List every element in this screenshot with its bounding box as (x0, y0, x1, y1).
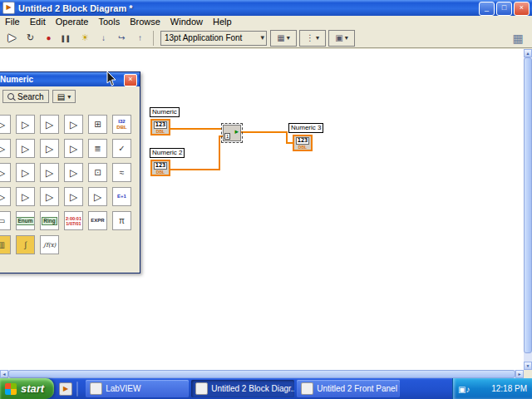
palette-close-button[interactable]: × (124, 74, 137, 86)
numeric3-terminal[interactable]: 123 DBL (293, 135, 313, 151)
palette-subtract-icon[interactable]: ▷ (0, 139, 11, 158)
step-into-button[interactable]: ↓ (95, 29, 112, 47)
numeric3-label[interactable]: Numeric 3 (288, 123, 323, 133)
palette-absolute-value-icon[interactable]: ▷ (40, 139, 59, 158)
palette-decrement-icon[interactable]: ▷ (64, 139, 83, 158)
terminal-type: DBL (156, 170, 165, 175)
distribute-objects-dropdown[interactable]: ⋮ (299, 30, 326, 47)
palette-time-stamp-constant-icon[interactable]: 2:00:011/07/01 (64, 211, 83, 230)
scroll-up-icon[interactable]: ▲ (524, 49, 532, 57)
menu-item-Window[interactable]: Window (165, 16, 208, 28)
menu-item-Operate[interactable]: Operate (51, 16, 94, 28)
search-icon (7, 93, 14, 100)
palette-power-icon[interactable]: ▷ (88, 187, 107, 206)
step-over-button[interactable]: ↪ (113, 29, 131, 47)
palette-icon-grid: ▷▷▷▷⊞I32DBL▷▷▷▷≣✓▷▷▷▷⊡≈▷▷▷▷▷E+1▭EnumRing… (0, 115, 140, 259)
palette-polynomial-icon[interactable]: ≈ (112, 163, 131, 182)
palette-expression-node-icon[interactable]: EXPR (88, 211, 107, 230)
palette-scale-by-power-of-2-icon[interactable]: E+1 (112, 187, 131, 206)
quick-launch-divider[interactable] (76, 382, 78, 397)
taskbar-task-front-panel[interactable]: Untitled 2 Front Panel * (297, 380, 400, 397)
numeric-terminal[interactable]: 123 DBL (150, 119, 170, 135)
font-selector[interactable]: 13pt Application Font (160, 31, 267, 46)
palette-sign-icon[interactable]: ▷ (0, 187, 11, 206)
terminal-value: 123 (296, 137, 310, 145)
minimize-button[interactable]: _ (479, 2, 495, 16)
numeric2-label[interactable]: Numeric 2 (150, 148, 185, 158)
vertical-scroll-thumb[interactable] (524, 57, 532, 353)
labview-app-icon: ▶ (2, 2, 15, 14)
palette-math-constants-icon[interactable]: π (112, 211, 131, 230)
palette-reciprocal-icon[interactable]: ▷ (64, 163, 83, 182)
taskbar-clock[interactable]: 12:18 PM (491, 384, 527, 393)
abort-button[interactable]: ● (40, 29, 57, 47)
horizontal-scrollbar[interactable]: ◄ ► (0, 370, 524, 378)
taskbar-task-block-diagram[interactable]: Untitled 2 Block Diagr... (191, 380, 294, 397)
step-out-button[interactable]: ↑ (131, 29, 149, 47)
palette-rounding-icon[interactable]: ≣ (88, 139, 107, 158)
numeric-functions-palette: Numeric × Search ▤ ▷▷▷▷⊞I32DBL▷▷▷▷≣✓▷▷▷▷… (0, 71, 140, 273)
palette-ring-constant-icon[interactable]: Ring (40, 211, 59, 230)
menu-item-Tools[interactable]: Tools (93, 16, 125, 28)
palette-multiply-icon[interactable]: ▷ (16, 115, 35, 134)
palette-view-button[interactable]: ▤ (52, 90, 76, 103)
palette-compound-arithmetic-icon[interactable]: ⊞ (88, 115, 107, 134)
wire-numeric2-vertical[interactable] (219, 135, 220, 170)
quick-launch-labview-icon[interactable]: ▶ (59, 382, 72, 396)
navigation-window-icon[interactable]: ▦ (510, 31, 525, 46)
wire-numeric2-horizontal[interactable] (170, 169, 220, 170)
add-function-icon: ▸ 1 (223, 125, 241, 141)
taskbar: start ▶ LabVIEWUntitled 2 Block Diagr...… (0, 378, 532, 399)
add-function-node[interactable]: ▸ 1 (221, 123, 243, 143)
palette-random-number-icon[interactable]: ⊡ (88, 163, 107, 182)
pause-button[interactable]: ▌▌ (58, 30, 76, 47)
palette-search-button[interactable]: Search (2, 90, 49, 103)
taskbar-task-labview[interactable]: LabVIEW (86, 380, 189, 397)
menu-item-Browse[interactable]: Browse (125, 16, 165, 28)
wire-numeric-to-add[interactable] (170, 128, 222, 130)
run-continuously-button[interactable]: ↻ (22, 29, 39, 47)
scroll-right-icon[interactable]: ► (515, 370, 524, 378)
numeric-label[interactable]: Numeric (150, 107, 180, 117)
palette-numeric-constant-icon[interactable]: ▭ (0, 211, 11, 230)
palette-add-icon[interactable]: ▷ (0, 115, 11, 134)
highlight-execution-button[interactable]: ☀ (76, 29, 94, 47)
palette-conversion-palette-icon[interactable]: ▥ (0, 235, 11, 254)
palette-formula-node-icon[interactable]: ∫f(x) (40, 235, 59, 254)
palette-square-root-icon[interactable]: ▷ (0, 163, 11, 182)
palette-enum-constant-icon[interactable]: Enum (16, 211, 35, 230)
start-label: start (21, 382, 44, 395)
palette-title-bar[interactable]: Numeric × (0, 72, 140, 86)
numeric2-terminal[interactable]: 123 DBL (150, 160, 170, 176)
scroll-down-icon[interactable]: ▼ (524, 362, 532, 370)
palette-exponential-icon[interactable]: ▷ (64, 187, 83, 206)
volume-icon[interactable]: ♪ (466, 385, 470, 394)
menu-item-File[interactable]: File (0, 16, 25, 28)
windows-flag-icon (5, 383, 17, 395)
horizontal-scroll-thumb[interactable] (8, 370, 515, 378)
taskbar-tasks: LabVIEWUntitled 2 Block Diagr...Untitled… (83, 380, 452, 397)
title-bar[interactable]: ▶ Untitled 2 Block Diagram * _ □ × (0, 0, 532, 16)
palette-increment-icon[interactable]: ▷ (64, 115, 83, 134)
wire-add-output-horizontal[interactable] (241, 131, 288, 133)
palette-square-icon[interactable]: ▷ (16, 163, 35, 182)
menu-item-Edit[interactable]: Edit (25, 16, 51, 28)
start-button[interactable]: start (0, 378, 54, 399)
palette-negate-icon[interactable]: ▷ (40, 163, 59, 182)
run-button[interactable]: ▶ (3, 28, 21, 46)
palette-logarithm-icon[interactable]: ▷ (40, 187, 59, 206)
align-objects-dropdown[interactable]: ▦ (270, 30, 297, 47)
scroll-left-icon[interactable]: ◄ (0, 370, 8, 378)
menu-item-Help[interactable]: Help (208, 16, 237, 28)
terminal-value: 123 (154, 121, 168, 129)
close-button[interactable]: × (514, 2, 530, 16)
vertical-scrollbar[interactable]: ▲ ▼ (524, 49, 532, 370)
palette-divide-icon[interactable]: ▷ (16, 139, 35, 158)
palette-quotient-remainder-icon[interactable]: ▷ (40, 115, 59, 134)
maximize-button[interactable]: □ (496, 2, 512, 16)
palette-conversion-icon[interactable]: I32DBL (112, 115, 131, 134)
reorder-dropdown[interactable]: ▣ (328, 30, 355, 47)
palette-scale-icon[interactable]: ▷ (16, 187, 35, 206)
palette-scaling-palette-icon[interactable]: ∫ (16, 235, 35, 254)
palette-in-range-coerce-icon[interactable]: ✓ (112, 139, 131, 158)
